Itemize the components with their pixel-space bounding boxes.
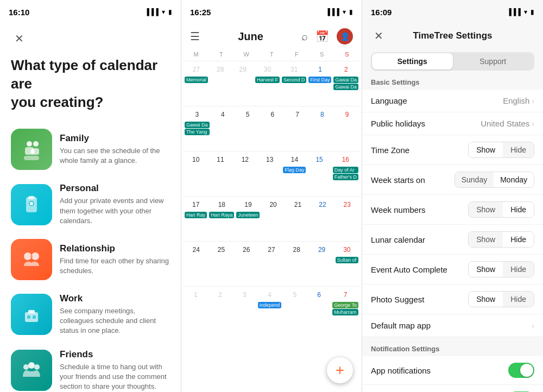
- cal-cell[interactable]: 8: [310, 106, 335, 151]
- weekday-mon: M: [184, 49, 209, 60]
- weekday-sun: S: [334, 49, 359, 60]
- page-title: What type of calendar areyou creating?: [0, 51, 181, 122]
- add-event-button[interactable]: +: [327, 357, 353, 383]
- cal-cell[interactable]: 27Memorial: [184, 61, 209, 106]
- list-item-family[interactable]: Family You can see the schedule of the w…: [0, 122, 181, 176]
- cal-cell[interactable]: 6: [307, 287, 331, 331]
- list-item-friends[interactable]: Friends Schedule a time to hang out with…: [0, 343, 181, 392]
- svg-point-0: [27, 141, 32, 147]
- cal-cell[interactable]: 6: [260, 106, 285, 151]
- timezone-hide-btn[interactable]: Hide: [503, 142, 534, 157]
- cal-cell[interactable]: 28: [284, 242, 309, 286]
- photo-suggest-hide-btn[interactable]: Hide: [503, 292, 534, 307]
- week-numbers-hide-btn[interactable]: Hide: [503, 202, 534, 217]
- photo-suggest-label: Photo Suggest: [371, 295, 424, 304]
- timezone-show-btn[interactable]: Show: [469, 142, 503, 157]
- personal-icon: [11, 184, 52, 225]
- avatar[interactable]: 👤: [337, 28, 353, 45]
- cal-cell[interactable]: 12: [233, 151, 257, 196]
- work-icon: [11, 294, 52, 335]
- cal-cell[interactable]: 27: [259, 242, 284, 286]
- autocomplete-hide-btn[interactable]: Hide: [503, 262, 534, 277]
- cal-cell[interactable]: 14Flag Day: [282, 151, 307, 196]
- cal-cell[interactable]: 11: [208, 151, 232, 196]
- tab-settings[interactable]: Settings: [372, 53, 453, 69]
- cal-cell[interactable]: 21: [286, 197, 310, 241]
- timezone-toggle-group: Show Hide: [468, 142, 534, 158]
- weekday-wed: W: [234, 49, 259, 60]
- cal-cell[interactable]: 4Independ: [257, 287, 283, 331]
- work-type-desc: See company meetings, colleagues schedul…: [60, 306, 170, 336]
- cal-cell[interactable]: 24: [184, 242, 209, 286]
- cal-cell[interactable]: 3: [232, 287, 257, 331]
- cal-cell[interactable]: 29: [309, 242, 334, 286]
- cal-cell[interactable]: 1First Day: [307, 61, 332, 106]
- week-numbers-show-btn[interactable]: Show: [469, 202, 503, 217]
- language-value: English ›: [503, 96, 534, 105]
- public-holidays-setting-row[interactable]: Public holidays United States ›: [362, 112, 543, 135]
- battery-icon-p3: ▮: [531, 8, 534, 16]
- calendar-header: ☰ June ⌕ 📅 👤: [181, 24, 362, 49]
- list-item-personal[interactable]: Personal Add your private events and vie…: [0, 176, 181, 232]
- map-app-setting-row[interactable]: Default map app ›: [362, 314, 543, 337]
- week-start-sunday-btn[interactable]: Sunday: [455, 172, 494, 187]
- cal-cell[interactable]: 7George ToMuharram: [331, 287, 359, 331]
- cal-cell[interactable]: 20: [261, 197, 285, 241]
- list-item-relationship[interactable]: Relationship Find time for each other by…: [0, 232, 181, 287]
- tab-support[interactable]: Support: [453, 53, 534, 69]
- cal-cell[interactable]: 9: [334, 106, 359, 151]
- cal-cell[interactable]: 1: [184, 287, 208, 331]
- week-start-toggle-group: Sunday Monday: [454, 172, 534, 188]
- cal-cell[interactable]: 29: [231, 61, 254, 106]
- cal-cell[interactable]: 31Second D: [281, 61, 308, 106]
- menu-icon[interactable]: ☰: [190, 30, 200, 43]
- timezone-setting-row: Time Zone Show Hide: [362, 135, 543, 165]
- week-start-monday-btn[interactable]: Monday: [494, 172, 534, 187]
- wifi-icon: ▾: [162, 8, 165, 16]
- cal-cell[interactable]: 30Sultan of: [334, 242, 359, 286]
- cal-cell[interactable]: 25: [209, 242, 233, 286]
- language-setting-row[interactable]: Language English ›: [362, 90, 543, 112]
- settings-title: TimeTree Settings: [392, 30, 514, 41]
- svg-point-18: [34, 364, 40, 370]
- cal-cell[interactable]: 3Gawai DaThe Yang: [184, 106, 211, 151]
- cal-cell[interactable]: 26: [234, 242, 259, 286]
- cal-cell[interactable]: 13: [257, 151, 282, 196]
- timezone-label: Time Zone: [371, 146, 409, 155]
- status-icons-p3: ▐▐▐ ▾ ▮: [507, 8, 534, 16]
- svg-rect-15: [33, 315, 36, 319]
- autocomplete-show-btn[interactable]: Show: [469, 262, 503, 277]
- autocomplete-setting-row: Event Auto Complete Show Hide: [362, 255, 543, 284]
- cal-cell[interactable]: 7: [285, 106, 310, 151]
- close-button[interactable]: ✕: [11, 30, 27, 47]
- cal-cell[interactable]: 30Harvest F: [254, 61, 281, 106]
- cal-cell[interactable]: 4: [211, 106, 236, 151]
- calendar-icon[interactable]: 📅: [315, 30, 329, 43]
- cal-cell[interactable]: 22: [310, 197, 334, 241]
- battery-icon: ▮: [168, 8, 172, 16]
- cal-cell[interactable]: 16Day of ArFather's D: [332, 151, 359, 196]
- cal-cell[interactable]: 2Gawai DaGawai Da: [332, 61, 359, 106]
- cal-cell[interactable]: 28: [209, 61, 231, 106]
- close-button-settings[interactable]: ✕: [371, 28, 386, 43]
- cal-cell[interactable]: 10: [184, 151, 208, 196]
- photo-suggest-setting-row: Photo Suggest Show Hide: [362, 284, 543, 314]
- cal-cell[interactable]: 5: [235, 106, 260, 151]
- cal-row-3: 10 11 12 13 14Flag Day 15 16Day of ArFat…: [184, 151, 359, 196]
- cal-cell[interactable]: 18Hari Raya: [208, 197, 235, 241]
- cal-cell[interactable]: 23: [335, 197, 359, 241]
- cal-cell[interactable]: 17Hari Ray: [184, 197, 208, 241]
- lunar-show-btn[interactable]: Show: [469, 232, 503, 247]
- cal-cell[interactable]: 15: [307, 151, 331, 196]
- wifi-icon-p3: ▾: [524, 8, 527, 16]
- cal-cell[interactable]: 5: [282, 287, 307, 331]
- search-icon[interactable]: ⌕: [301, 30, 308, 43]
- app-notifications-toggle[interactable]: [508, 363, 534, 378]
- lunar-hide-btn[interactable]: Hide: [503, 232, 534, 247]
- list-item-work[interactable]: Work See company meetings, colleagues sc…: [0, 287, 181, 343]
- cal-cell[interactable]: 19Juneteen: [235, 197, 261, 241]
- cal-cell[interactable]: 2: [208, 287, 232, 331]
- basic-settings-header: Basic Settings: [362, 71, 543, 90]
- signal-icon: ▐▐▐: [144, 8, 159, 16]
- photo-suggest-show-btn[interactable]: Show: [469, 292, 503, 307]
